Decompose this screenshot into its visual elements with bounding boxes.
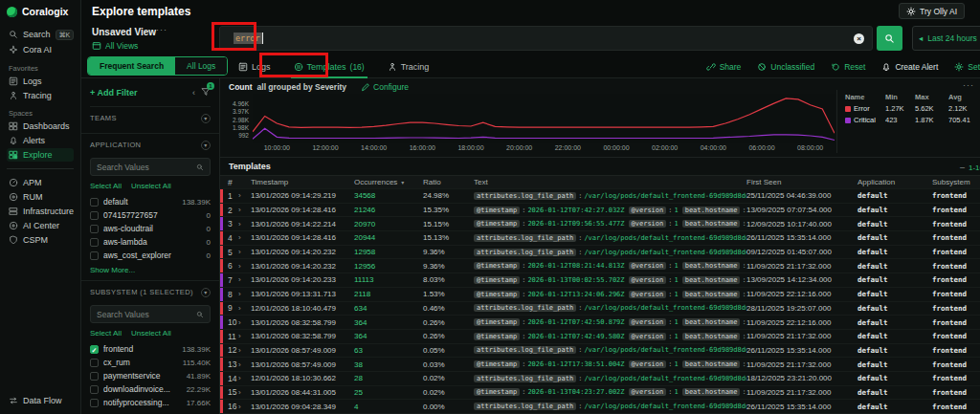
legend-series-critical[interactable]: Critical: [845, 116, 885, 124]
subsystem-value-downloadinvoice[interactable]: downloadinvoice...22.29K: [90, 382, 211, 396]
settings-button[interactable]: Settings: [954, 62, 980, 72]
checkbox[interactable]: [90, 399, 99, 407]
collapse-teams-icon[interactable]: ▾: [201, 114, 211, 123]
template-row-15[interactable]: 15›13/01/2026 08:44:31.005250.02%@timest…: [220, 386, 980, 401]
sidebar-item-dashboards[interactable]: Dashboards: [7, 120, 74, 133]
tab-frequent-search[interactable]: Frequent Search: [88, 57, 175, 75]
template-row-7[interactable]: 7›13/01/2026 09:14:20.233111138.03%@time…: [220, 273, 980, 288]
sidebar-item-data-flow[interactable]: Data Flow: [7, 394, 74, 407]
section-subsystem[interactable]: SUBSYSTEM (1 SELECTED)▾: [90, 281, 211, 304]
col-application[interactable]: Application: [858, 178, 932, 186]
sidebar-item-tracing[interactable]: Tracing: [7, 89, 74, 102]
expand-row-icon[interactable]: ›: [238, 332, 251, 340]
run-search-button[interactable]: [877, 26, 902, 51]
sidebar-item-rum[interactable]: RUM: [7, 190, 74, 204]
create-alert-button[interactable]: Create Alert: [881, 62, 938, 72]
template-row-16[interactable]: 16›13/01/2026 09:04:28.34940.00%attribut…: [220, 400, 980, 414]
template-row-14[interactable]: 14›12/01/2026 18:10:30.662280.02%attribu…: [220, 372, 980, 386]
tab-all-logs[interactable]: All Logs: [175, 57, 227, 75]
col-occurrences[interactable]: Occurrences▾: [354, 178, 423, 186]
template-row-4[interactable]: 4›13/01/2026 09:14:28.4162094415.13%attr…: [220, 231, 980, 246]
checkbox[interactable]: [90, 372, 99, 381]
checkbox[interactable]: ✓: [90, 345, 99, 354]
collapse-panel-icon[interactable]: ‹: [192, 88, 195, 98]
tab-logs[interactable]: Logs: [230, 54, 279, 78]
coralogix-logo[interactable]: Coralogix: [7, 6, 74, 17]
expand-row-icon[interactable]: ›: [238, 206, 251, 214]
all-views-link[interactable]: All Views: [92, 41, 138, 51]
section-application[interactable]: APPLICATION▾: [90, 134, 211, 157]
application-unselect-all[interactable]: Unselect All: [131, 182, 171, 190]
tab-tracing[interactable]: Tracing: [379, 54, 438, 78]
template-row-10[interactable]: 10›13/01/2026 08:32:58.7993640.26%@times…: [220, 316, 980, 330]
sidebar-item-ai-center[interactable]: AI Center: [7, 219, 74, 232]
unclassified-button[interactable]: Unclassified: [757, 62, 814, 72]
col-subsystem[interactable]: Subsystem: [932, 178, 980, 186]
template-row-13[interactable]: 13›13/01/2026 08:57:49.009380.03%@timest…: [220, 358, 980, 372]
checkbox[interactable]: [90, 238, 99, 247]
sidebar-item-cspm[interactable]: CSPM: [7, 233, 74, 247]
col-timestamp[interactable]: Timestamp: [251, 178, 354, 186]
checkbox[interactable]: [90, 211, 99, 220]
sidebar-item-infrastructure[interactable]: Infrastructure: [7, 205, 74, 218]
expand-row-icon[interactable]: ›: [238, 360, 251, 369]
try-olly-ai-button[interactable]: Try Olly AI: [899, 3, 965, 19]
expand-row-icon[interactable]: ›: [238, 318, 251, 327]
template-row-5[interactable]: 5›13/01/2026 09:14:20.232129589.36%attri…: [220, 246, 980, 260]
expand-row-icon[interactable]: ›: [238, 191, 251, 200]
expand-row-icon[interactable]: ›: [238, 248, 251, 256]
sidebar-item-cora-ai[interactable]: Cora AI: [7, 43, 74, 56]
tab-templates[interactable]: Templates(16): [285, 54, 373, 78]
expand-row-icon[interactable]: ›: [238, 275, 251, 284]
subsystem-unselect-all[interactable]: Unselect All: [131, 329, 171, 338]
query-search-input[interactable]: error ×: [219, 26, 873, 51]
expand-row-icon[interactable]: ›: [238, 220, 251, 229]
subsystem-select-all[interactable]: Select All: [90, 329, 122, 338]
sidebar-item-search[interactable]: Search ⌘K: [7, 28, 74, 41]
time-back-icon[interactable]: ◂: [919, 33, 923, 43]
checkbox[interactable]: [90, 198, 99, 207]
subsystem-value-paymentservice[interactable]: paymentservice41.89K: [90, 369, 211, 382]
expand-row-icon[interactable]: ›: [238, 290, 251, 298]
col-first-seen[interactable]: First Seen: [746, 178, 858, 186]
application-value-default[interactable]: default138.39K: [90, 195, 211, 208]
share-button[interactable]: Share: [706, 62, 742, 72]
application-value-aws-lambda[interactable]: aws-lambda0: [90, 235, 211, 249]
add-filter-button[interactable]: + Add Filter: [90, 88, 137, 98]
subsystem-value-notifyprocessing[interactable]: notifyprocessing...17.66K: [90, 396, 211, 409]
subsystem-value-frontend[interactable]: ✓frontend138.39K: [90, 342, 211, 356]
template-row-9[interactable]: 9›12/01/2026 18:10:40.4796340.46%attribu…: [220, 302, 980, 316]
application-show-more[interactable]: Show More...: [90, 266, 211, 274]
sidebar-item-alerts[interactable]: Alerts: [7, 134, 74, 147]
col-text[interactable]: Text: [474, 178, 746, 186]
sidebar-item-logs[interactable]: Logs: [7, 75, 74, 88]
pagination[interactable]: – 1-16: [960, 163, 980, 172]
checkbox[interactable]: [90, 385, 99, 394]
template-row-6[interactable]: 6›13/01/2026 09:14:20.232129569.36%@time…: [220, 259, 980, 273]
subsystem-value-cx-rum[interactable]: cx_rum115.40K: [90, 356, 211, 369]
checkbox[interactable]: [90, 359, 99, 367]
expand-row-icon[interactable]: ›: [238, 233, 251, 242]
template-row-11[interactable]: 11›13/01/2026 08:32:58.7993640.26%@times…: [220, 330, 980, 344]
checkbox[interactable]: [90, 225, 99, 233]
application-search-input[interactable]: Search Values: [90, 158, 211, 176]
template-row-3[interactable]: 3›13/01/2026 09:14:22.2142097015.15%@tim…: [220, 217, 980, 231]
time-range-picker[interactable]: ◂ Last 24 hours: [912, 26, 980, 51]
collapse-subsystem-icon[interactable]: ▾: [201, 288, 211, 297]
template-row-8[interactable]: 8›13/01/2026 09:13:31.71321181.53%@times…: [220, 288, 980, 302]
expand-row-icon[interactable]: ›: [238, 304, 251, 313]
expand-row-icon[interactable]: ›: [238, 374, 251, 382]
expand-row-icon[interactable]: ›: [238, 346, 251, 355]
reset-button[interactable]: Reset: [831, 62, 865, 72]
subsystem-search-input[interactable]: Search Values: [90, 305, 211, 323]
sidebar-item-explore[interactable]: Explore: [7, 148, 74, 162]
filter-funnel-icon[interactable]: 1: [201, 87, 211, 98]
view-menu-icon[interactable]: ···: [156, 25, 167, 34]
col-ratio[interactable]: Ratio: [423, 178, 474, 186]
application-value-aws-cost-explorer[interactable]: aws_cost_explorer0: [90, 249, 211, 262]
application-value-074157727657[interactable]: 0741577276570: [90, 208, 211, 222]
sidebar-item-apm[interactable]: APM: [7, 176, 74, 189]
legend-series-error[interactable]: Error: [845, 104, 885, 113]
expand-row-icon[interactable]: ›: [238, 388, 251, 397]
template-row-2[interactable]: 2›13/01/2026 09:14:28.4162124615.35%@tim…: [220, 204, 980, 218]
